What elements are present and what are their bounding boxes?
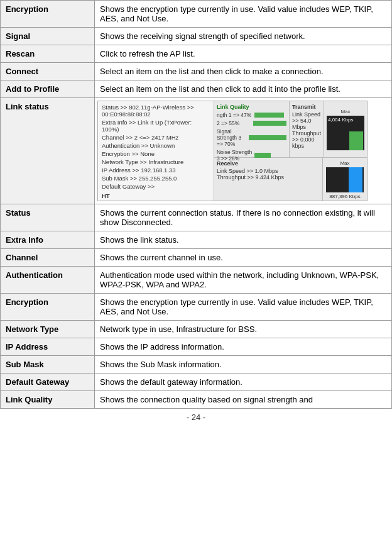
ls-encrypt: Encryption >> None: [102, 150, 210, 157]
ls-quality-panel: Link Quality ngth 1 => 47% 2 => 55% Sign…: [214, 101, 290, 157]
ls-right-panel: Link Quality ngth 1 => 47% 2 => 55% Sign…: [214, 101, 367, 201]
ls-status: Status >> 802.11g-AP-Wireless >> 00:E0:9…: [102, 104, 210, 118]
ls-chart1-box: 4,004 Kbps: [327, 116, 364, 150]
ls-channel: Channel >> 2 <=> 2417 MHz: [102, 134, 210, 141]
content-extra-info: Shows the link status.: [95, 231, 392, 249]
ls-bar3: Signal Strength 3 => 70%: [217, 128, 286, 147]
ls-ip: IP Address >> 192.168.1.33: [102, 167, 210, 174]
ls-bottom-right: Receive Link Speed >> 1.0 Mbps Throughpu…: [214, 158, 367, 201]
label-ip-address: IP Address: [1, 338, 95, 356]
table-row: Extra Info Shows the link status.: [1, 231, 392, 249]
label-network-type: Network Type: [1, 321, 95, 338]
label-rescan: Rescan: [1, 45, 95, 63]
ls-chart2-bar: [349, 167, 362, 192]
ls-receive-label: Receive: [217, 160, 320, 167]
ls-chart2-label: Max: [340, 160, 349, 166]
ls-rx-throughput: Throughput >> 9.424 Kbps: [217, 174, 320, 180]
label-link-status: Link status: [1, 98, 95, 204]
table-row: Signal Shows the receiving signal streng…: [1, 28, 392, 45]
label-status: Status: [1, 204, 95, 231]
content-channel: Shows the current channel in use.: [95, 249, 392, 267]
ls-snro: SNRO >> n/a: [134, 201, 170, 201]
table-row: Encryption Shows the encryption type cur…: [1, 294, 392, 321]
ls-bar1: ngth 1 => 47%: [217, 112, 286, 118]
content-add-to-profile: Select an item on the list and then clic…: [95, 80, 392, 98]
ls-ht: HT: [102, 192, 110, 199]
ls-bar2-label: 2 => 55%: [217, 120, 253, 126]
ls-transmit: Transmit Link Speed >> 54.0 Mbps Through…: [290, 101, 324, 157]
ls-chart1-label: Max: [340, 109, 350, 114]
table-row: Encryption Shows the encryption type cur…: [1, 1, 392, 28]
ls-chart2: Max 887,396 Kbps: [323, 158, 367, 201]
ls-tx-throughput: Throughput >> 0.000 kbps: [292, 130, 321, 149]
ls-top-right: Link Quality ngth 1 => 47% 2 => 55% Sign…: [214, 101, 367, 158]
table-row: IP Address Shows the IP address informat…: [1, 338, 392, 356]
content-ip-address: Shows the IP address information.: [95, 338, 392, 356]
table-row: Network Type Network type in use, Infras…: [1, 321, 392, 338]
ls-bar1-label: ngth 1 => 47%: [217, 112, 254, 118]
ls-left-panel: Status >> 802.11g-AP-Wireless >> 00:E0:9…: [98, 101, 214, 201]
table-row: Rescan Click to refresh the AP list.: [1, 45, 392, 63]
label-signal: Signal: [1, 28, 95, 45]
table-row: Sub Mask Shows the Sub Mask information.: [1, 356, 392, 374]
table-row: Channel Shows the current channel in use…: [1, 249, 392, 267]
ls-auth: Authentication >> Unknown: [102, 142, 210, 149]
content-status: Shows the current connection status. If …: [95, 204, 392, 231]
ls-mask: Sub Mask >> 255.255.255.0: [102, 175, 210, 182]
label-authentication: Authentication: [1, 267, 95, 294]
content-authentication: Authentication mode used within the netw…: [95, 267, 392, 294]
ls-bar3-label: Signal Strength 3 => 70%: [217, 128, 249, 147]
ls-net-type: Network Type >> Infrastructure: [102, 158, 210, 165]
label-encryption-top: Encryption: [1, 1, 95, 28]
table-row: Add to Profile Select an item on the lis…: [1, 80, 392, 98]
ls-chart2-val: 887,396 Kbps: [329, 194, 360, 199]
content-sub-mask: Shows the Sub Mask information.: [95, 356, 392, 374]
label-sub-mask: Sub Mask: [1, 356, 95, 374]
content-network-type: Network type in use, Infrastructure for …: [95, 321, 392, 338]
ls-extra-info: Extra Info >> Link It Up (TxPower: 100%): [102, 119, 210, 133]
ls-transmit-label: Transmit: [292, 104, 321, 110]
content-connect: Select an item on the list and then clic…: [95, 63, 392, 80]
ls-gateway: Default Gateway >>: [102, 183, 210, 190]
label-default-gateway: Default Gateway: [1, 374, 95, 391]
label-link-quality: Link Quality: [1, 391, 95, 409]
content-link-status: Status >> 802.11g-AP-Wireless >> 00:E0:9…: [95, 98, 392, 204]
content-signal: Shows the receiving signal strength of s…: [95, 28, 392, 45]
table-row: Default Gateway Shows the default gatewa…: [1, 374, 392, 391]
table-row-link-status: Link status Status >> 802.11g-AP-Wireles…: [1, 98, 392, 204]
label-encryption-bottom: Encryption: [1, 294, 95, 321]
table-row: Authentication Authentication mode used …: [1, 267, 392, 294]
ls-bar3-visual: [249, 135, 286, 140]
label-channel: Channel: [1, 249, 95, 267]
ls-bar2: 2 => 55%: [217, 120, 286, 126]
content-default-gateway: Shows the default gateway information.: [95, 374, 392, 391]
table-row: Link Quality Shows the connection qualit…: [1, 391, 392, 409]
ls-chart1: Max 4,004 Kbps: [324, 101, 367, 157]
ls-bar2-visual: [253, 121, 286, 126]
ls-chart1-bar: [349, 131, 363, 150]
ls-chart1-val: 4,004 Kbps: [328, 117, 353, 123]
content-encryption-bottom: Shows the encryption type currently in u…: [95, 294, 392, 321]
link-status-image: Status >> 802.11g-AP-Wireless >> 00:E0:9…: [97, 101, 368, 201]
table-row: Connect Select an item on the list and t…: [1, 63, 392, 80]
ls-bar1-visual: [254, 113, 284, 118]
content-link-quality: Shows the connection quality based on si…: [95, 391, 392, 409]
ls-rx-speed: Link Speed >> 1.0 Mbps: [217, 168, 320, 174]
page-footer: - 24 -: [0, 409, 392, 426]
ls-bw: BW >> n/a: [102, 201, 130, 201]
ls-tx-speed: Link Speed >> 54.0 Mbps: [292, 111, 321, 130]
content-rescan: Click to refresh the AP list.: [95, 45, 392, 63]
table-row: Status Shows the current connection stat…: [1, 204, 392, 231]
main-table: Encryption Shows the encryption type cur…: [0, 0, 392, 409]
label-add-to-profile: Add to Profile: [1, 80, 95, 98]
ls-quality-label: Link Quality: [217, 104, 286, 110]
label-connect: Connect: [1, 63, 95, 80]
ls-receive: Receive Link Speed >> 1.0 Mbps Throughpu…: [214, 158, 323, 201]
content-encryption-top: Shows the encryption type currently in u…: [95, 1, 392, 28]
ls-chart2-box: [326, 167, 364, 192]
ls-bar4-visual: [254, 153, 271, 158]
label-extra-info: Extra Info: [1, 231, 95, 249]
